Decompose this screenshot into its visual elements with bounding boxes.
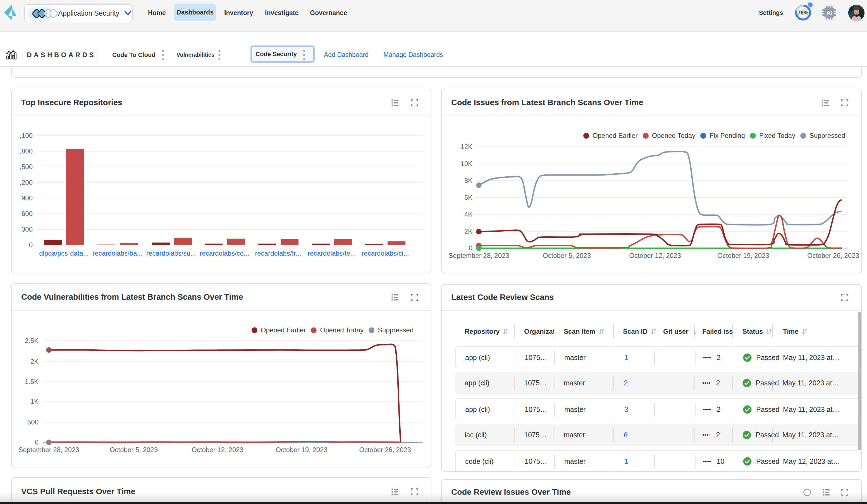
svg-text:AI: AI [826, 10, 832, 16]
svg-text:78%: 78% [798, 10, 809, 15]
